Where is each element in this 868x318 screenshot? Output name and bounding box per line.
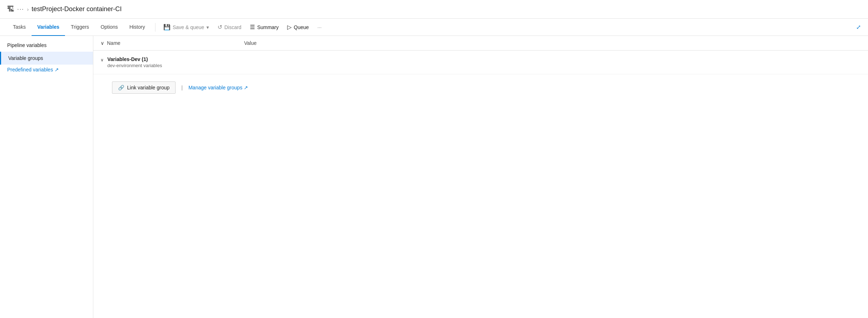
discard-icon: ↺ (218, 24, 222, 31)
sidebar: Pipeline variables Variable groups Prede… (0, 36, 93, 318)
variable-group-header: ∨ Variables-Dev (1) dev-environment vari… (101, 56, 861, 68)
dropdown-chevron-icon: ▾ (206, 24, 209, 30)
link-group-section: 🔗 Link variable group | Manage variable … (93, 74, 868, 101)
page-title: testProject-Docker container-CI (32, 5, 122, 13)
var-group-description: dev-environment variables (107, 63, 162, 68)
more-dots-label: ··· (317, 24, 322, 30)
predefined-variables-label: Predefined variables (7, 67, 53, 73)
col-name-header: ∨ Name (101, 40, 244, 46)
table-header: ∨ Name Value (93, 36, 868, 51)
manage-variable-groups-link[interactable]: Manage variable groups ↗ (188, 85, 248, 90)
breadcrumb-chevron: › (27, 6, 29, 12)
discard-button[interactable]: ↺ Discard (214, 22, 245, 33)
variable-group-row: ∨ Variables-Dev (1) dev-environment vari… (93, 51, 868, 74)
expand-icon[interactable]: ⤢ (856, 24, 861, 31)
manage-variable-groups-label: Manage variable groups (188, 85, 242, 90)
external-link-icon: ↗ (55, 67, 59, 73)
var-group-name: Variables-Dev (1) (107, 56, 162, 62)
var-group-expand-icon[interactable]: ∨ (101, 57, 104, 62)
link-variable-group-button[interactable]: 🔗 Link variable group (112, 81, 176, 94)
discard-label: Discard (224, 24, 241, 30)
summary-icon: ☰ (250, 24, 255, 31)
queue-label: Queue (294, 24, 309, 30)
tab-history[interactable]: History (123, 19, 151, 36)
nav-tabs: Tasks Variables Triggers Options History… (0, 19, 868, 36)
sidebar-item-variable-groups[interactable]: Variable groups (0, 52, 93, 65)
pipeline-icon: 🏗 (7, 5, 14, 13)
top-bar: 🏗 ··· › testProject-Docker container-CI (0, 0, 868, 19)
tab-options[interactable]: Options (95, 19, 123, 36)
save-queue-button[interactable]: 💾 Save & queue ▾ (160, 22, 213, 33)
more-toolbar-button[interactable]: ··· (314, 22, 325, 32)
summary-label: Summary (257, 24, 279, 30)
pipe-separator: | (181, 85, 183, 90)
col-value-header: Value (244, 40, 257, 46)
var-group-info: Variables-Dev (1) dev-environment variab… (107, 56, 162, 68)
link-variable-group-label: Link variable group (127, 85, 169, 90)
sidebar-link-predefined-variables[interactable]: Predefined variables ↗ (0, 65, 93, 75)
manage-external-icon: ↗ (244, 85, 248, 90)
queue-icon: ▷ (287, 24, 291, 31)
save-icon: 💾 (163, 24, 171, 31)
collapse-all-icon[interactable]: ∨ (101, 40, 104, 46)
nav-divider (155, 23, 155, 32)
tab-tasks[interactable]: Tasks (7, 19, 32, 36)
tab-variables[interactable]: Variables (32, 19, 65, 36)
queue-button[interactable]: ▷ Queue (284, 22, 312, 33)
main-layout: Pipeline variables Variable groups Prede… (0, 36, 868, 318)
tab-triggers[interactable]: Triggers (65, 19, 95, 36)
sidebar-item-pipeline-variables[interactable]: Pipeline variables (0, 39, 93, 52)
link-icon: 🔗 (118, 85, 124, 90)
name-column-label: Name (107, 40, 120, 46)
summary-button[interactable]: ☰ Summary (246, 22, 282, 33)
more-options-button[interactable]: ··· (17, 6, 24, 13)
save-queue-label: Save & queue (173, 24, 204, 30)
content-area: ∨ Name Value ∨ Variables-Dev (1) dev-env… (93, 36, 868, 318)
toolbar-actions: 💾 Save & queue ▾ ↺ Discard ☰ Summary ▷ Q… (160, 22, 325, 33)
